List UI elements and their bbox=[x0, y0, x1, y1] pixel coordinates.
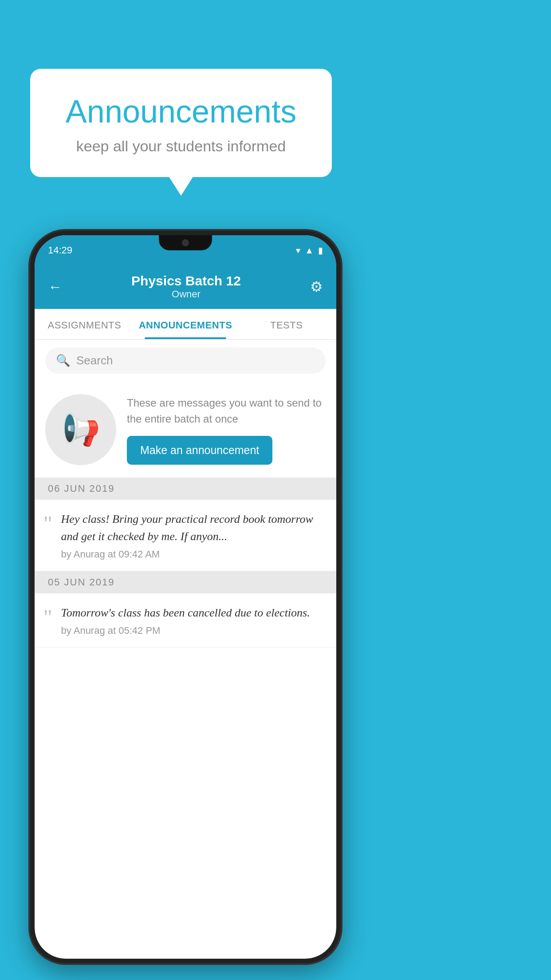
announcement-promo: 📢 These are messages you want to send to… bbox=[35, 382, 336, 478]
search-placeholder: Search bbox=[76, 354, 113, 368]
status-time: 14:29 bbox=[48, 245, 72, 256]
megaphone-icon: 📢 bbox=[62, 411, 100, 448]
announcement-text-2: Tomorrow's class has been cancelled due … bbox=[61, 604, 326, 621]
app-header: ← Physics Batch 12 Owner ⚙ bbox=[35, 265, 336, 309]
make-announcement-button[interactable]: Make an announcement bbox=[127, 436, 272, 465]
promo-description: These are messages you want to send to t… bbox=[127, 395, 326, 427]
search-icon: 🔍 bbox=[56, 354, 70, 368]
header-title-area: Physics Batch 12 Owner bbox=[131, 273, 241, 300]
settings-icon[interactable]: ⚙ bbox=[310, 278, 323, 295]
camera bbox=[182, 239, 189, 246]
wifi-icon: ▾ bbox=[296, 245, 300, 256]
batch-title: Physics Batch 12 bbox=[131, 273, 241, 288]
tab-assignments[interactable]: ASSIGNMENTS bbox=[35, 309, 134, 339]
phone-frame: 14:29 ▾ ▲ ▮ ← Physics Batch 12 Owner ⚙ A… bbox=[30, 231, 341, 963]
tab-announcements[interactable]: ANNOUNCEMENTS bbox=[134, 309, 237, 339]
phone-side-button-right bbox=[339, 306, 341, 342]
tab-bar: ASSIGNMENTS ANNOUNCEMENTS TESTS bbox=[35, 309, 336, 340]
date-separator-2: 05 JUN 2019 bbox=[35, 571, 336, 593]
back-button[interactable]: ← bbox=[48, 279, 62, 295]
quote-icon-1: " bbox=[43, 513, 52, 534]
announcement-content-2: Tomorrow's class has been cancelled due … bbox=[61, 604, 326, 636]
megaphone-circle: 📢 bbox=[45, 394, 116, 465]
search-bar: 🔍 Search bbox=[35, 340, 336, 382]
speech-bubble: Announcements keep all your students inf… bbox=[30, 69, 332, 177]
signal-icon: ▲ bbox=[305, 245, 314, 256]
batch-role: Owner bbox=[131, 288, 241, 300]
announcement-item-1[interactable]: " Hey class! Bring your practical record… bbox=[35, 500, 336, 571]
phone-side-button-left bbox=[30, 324, 32, 351]
announcement-meta-2: by Anurag at 05:42 PM bbox=[61, 625, 326, 636]
battery-icon: ▮ bbox=[318, 245, 323, 256]
announcement-content-1: Hey class! Bring your practical record b… bbox=[61, 510, 326, 560]
status-bar: 14:29 ▾ ▲ ▮ bbox=[35, 235, 336, 265]
promo-right: These are messages you want to send to t… bbox=[127, 395, 326, 465]
announcement-text-1: Hey class! Bring your practical record b… bbox=[61, 510, 326, 545]
date-separator-1: 06 JUN 2019 bbox=[35, 478, 336, 500]
notch bbox=[159, 235, 212, 250]
bubble-subtitle: keep all your students informed bbox=[57, 138, 305, 155]
search-input-container[interactable]: 🔍 Search bbox=[45, 348, 326, 374]
quote-icon-2: " bbox=[43, 607, 52, 628]
phone-inner: 14:29 ▾ ▲ ▮ ← Physics Batch 12 Owner ⚙ A… bbox=[35, 235, 336, 959]
status-icons: ▾ ▲ ▮ bbox=[296, 245, 323, 256]
bubble-title: Announcements bbox=[57, 93, 305, 130]
speech-bubble-container: Announcements keep all your students inf… bbox=[30, 69, 332, 177]
announcement-meta-1: by Anurag at 09:42 AM bbox=[61, 549, 326, 560]
tab-tests[interactable]: TESTS bbox=[236, 309, 336, 339]
announcement-item-2[interactable]: " Tomorrow's class has been cancelled du… bbox=[35, 593, 336, 648]
